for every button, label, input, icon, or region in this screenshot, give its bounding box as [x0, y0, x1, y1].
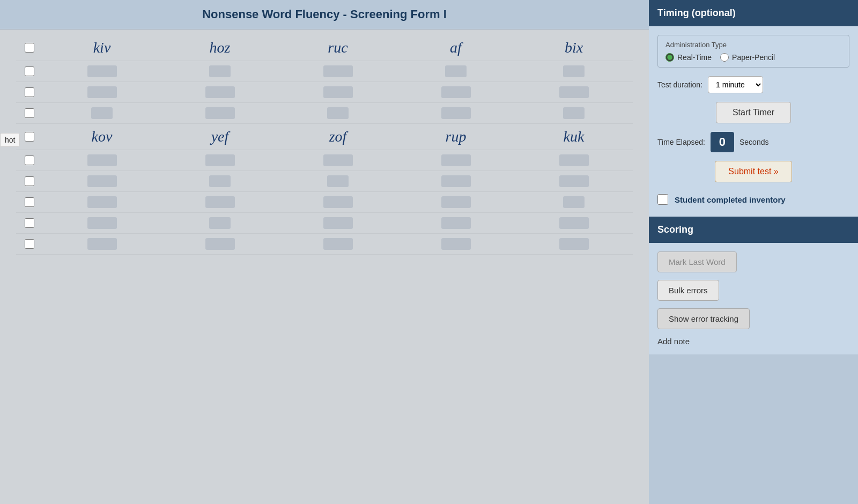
time-elapsed-unit: Seconds: [739, 138, 768, 146]
word-cell-3-0: [43, 107, 161, 119]
word-row: [16, 192, 633, 213]
student-completed-checkbox[interactable]: [657, 194, 668, 205]
blurred-word-3-3: [441, 107, 471, 119]
duration-label: Test duration:: [657, 80, 702, 89]
word-cell-2-4: [515, 86, 633, 98]
row-7-checkbox[interactable]: [25, 197, 34, 207]
blurred-word-9-2: [323, 238, 353, 250]
row-3-checkbox[interactable]: [25, 108, 34, 118]
scoring-section: Scoring Mark Last Word Bulk errors Show …: [649, 217, 858, 354]
row-8-checkbox[interactable]: [25, 218, 34, 228]
student-completed-row: Student completed inventory: [657, 191, 849, 208]
blurred-word-2-1: [205, 86, 235, 98]
word-cell-5-1: [161, 154, 279, 166]
row-4-checkbox[interactable]: [25, 132, 34, 142]
admin-type-box: Administration Type Real-Time Paper-Penc…: [657, 35, 849, 68]
word-text-4-1: yef: [211, 128, 229, 145]
row-checkbox-cell: [16, 197, 43, 207]
real-time-label: Real-Time: [677, 53, 712, 62]
page-title: Nonsense Word Fluency - Screening Form I: [0, 0, 649, 29]
word-cell-7-0: [43, 196, 161, 208]
word-row: kovyefzofrupkuk: [16, 124, 633, 150]
time-elapsed-row: Time Elapsed: 0 Seconds: [657, 132, 849, 152]
word-row: [16, 61, 633, 82]
word-cell-4-1: yef: [161, 128, 279, 145]
blurred-word-1-1: [209, 65, 231, 77]
bulk-errors-button[interactable]: Bulk errors: [657, 280, 719, 301]
timing-section: Timing (optional) Administration Type Re…: [649, 0, 858, 217]
word-cell-8-2: [279, 217, 397, 229]
word-cell-6-1: [161, 175, 279, 187]
word-cell-1-1: [161, 65, 279, 77]
blurred-word-8-2: [323, 217, 353, 229]
real-time-radio[interactable]: [665, 53, 674, 62]
row-5-checkbox[interactable]: [25, 155, 34, 165]
time-elapsed-value: 0: [711, 132, 734, 152]
start-timer-button[interactable]: Start Timer: [716, 102, 791, 123]
blurred-word-2-0: [87, 86, 117, 98]
word-text-4-4: kuk: [564, 128, 585, 145]
blurred-word-3-4: [563, 107, 585, 119]
word-row: [16, 213, 633, 234]
word-row: [16, 234, 633, 255]
row-1-checkbox[interactable]: [25, 66, 34, 76]
blurred-word-8-3: [441, 217, 471, 229]
row-checkbox-cell: [16, 43, 43, 53]
add-note-link[interactable]: Add note: [657, 337, 849, 346]
timing-header: Timing (optional): [649, 0, 858, 26]
tooltip: hot: [0, 133, 20, 147]
word-cell-5-0: [43, 154, 161, 166]
row-checkbox-cell: [16, 132, 43, 142]
blurred-word-6-4: [559, 175, 589, 187]
blurred-word-8-4: [559, 217, 589, 229]
word-row: [16, 171, 633, 192]
word-cell-6-4: [515, 175, 633, 187]
blurred-word-1-0: [87, 65, 117, 77]
word-cell-1-0: [43, 65, 161, 77]
word-text-0-3: af: [450, 39, 462, 56]
row-2-checkbox[interactable]: [25, 87, 34, 97]
word-text-0-1: hoz: [210, 39, 231, 56]
word-cell-8-3: [397, 217, 515, 229]
blurred-word-9-4: [559, 238, 589, 250]
student-completed-label: Student completed inventory: [675, 195, 786, 204]
word-text-0-4: bix: [565, 39, 583, 56]
word-text-0-2: ruc: [328, 39, 347, 56]
word-cell-0-3: af: [397, 39, 515, 56]
blurred-word-9-3: [441, 238, 471, 250]
word-cell-4-2: zof: [279, 128, 397, 145]
word-cell-7-3: [397, 196, 515, 208]
blurred-word-6-3: [441, 175, 471, 187]
word-cell-8-1: [161, 217, 279, 229]
blurred-word-5-4: [559, 154, 589, 166]
word-cell-6-3: [397, 175, 515, 187]
word-text-4-3: rup: [446, 128, 467, 145]
real-time-option[interactable]: Real-Time: [665, 53, 712, 62]
blurred-word-1-3: [445, 65, 467, 77]
row-6-checkbox[interactable]: [25, 176, 34, 186]
admin-type-options: Real-Time Paper-Pencil: [665, 53, 841, 62]
word-cell-5-3: [397, 154, 515, 166]
word-cell-8-0: [43, 217, 161, 229]
word-cell-9-3: [397, 238, 515, 250]
duration-select[interactable]: 1 minute 2 minutes 3 minutes: [708, 76, 763, 93]
word-cell-6-2: [279, 175, 397, 187]
blurred-word-7-3: [441, 196, 471, 208]
row-checkbox-cell: [16, 155, 43, 165]
word-row: [16, 150, 633, 171]
word-cell-9-2: [279, 238, 397, 250]
duration-row: Test duration: 1 minute 2 minutes 3 minu…: [657, 76, 849, 93]
word-cell-3-4: [515, 107, 633, 119]
paper-pencil-radio[interactable]: [720, 53, 729, 62]
blurred-word-1-4: [563, 65, 585, 77]
paper-pencil-option[interactable]: Paper-Pencil: [720, 53, 775, 62]
submit-test-button[interactable]: Submit test »: [715, 161, 792, 182]
blurred-word-5-1: [205, 154, 235, 166]
blurred-word-6-2: [327, 175, 349, 187]
mark-last-word-button[interactable]: Mark Last Word: [657, 251, 737, 272]
row-9-checkbox[interactable]: [25, 239, 34, 249]
show-error-tracking-button[interactable]: Show error tracking: [657, 308, 750, 329]
row-0-checkbox[interactable]: [25, 43, 34, 53]
sidebar: Timing (optional) Administration Type Re…: [649, 0, 858, 504]
blurred-word-8-0: [87, 217, 117, 229]
